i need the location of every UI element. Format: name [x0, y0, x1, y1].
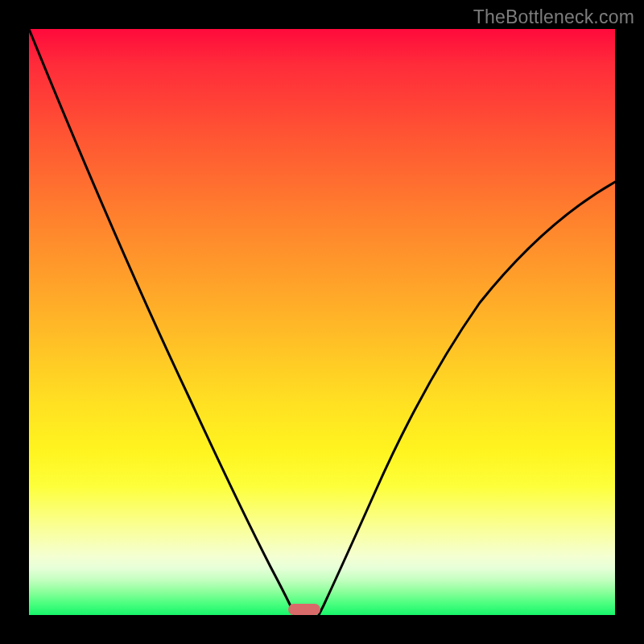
curve-left [29, 29, 295, 615]
curve-right [319, 182, 615, 615]
bottleneck-curves [29, 29, 615, 615]
minimum-marker [288, 604, 320, 615]
chart-frame: TheBottleneck.com [0, 0, 644, 644]
plot-area [29, 29, 615, 615]
watermark-text: TheBottleneck.com [473, 6, 634, 28]
